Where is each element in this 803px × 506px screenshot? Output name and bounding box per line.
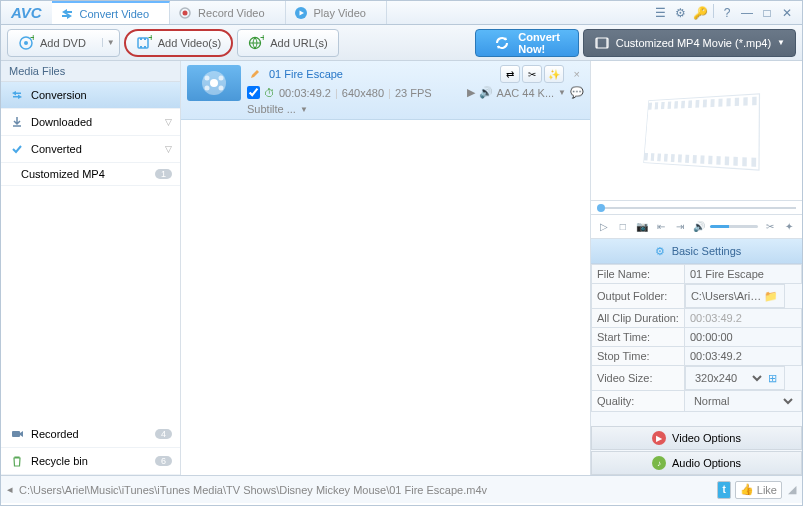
svg-rect-15 xyxy=(596,38,598,48)
video-size-select[interactable]: 320x240 xyxy=(691,371,765,385)
resize-grip-icon[interactable]: ◢ xyxy=(788,483,796,496)
value-all-clip: 00:03:49.2 xyxy=(690,312,742,324)
chevron-down-icon: ▼ xyxy=(107,38,115,47)
add-urls-button[interactable]: + Add URL(s) xyxy=(237,29,338,57)
aspect-icon[interactable]: ⊞ xyxy=(765,370,779,386)
convert-icon xyxy=(60,7,74,21)
value-file-name[interactable]: 01 Fire Escape xyxy=(690,268,764,280)
wand-icon[interactable]: ✦ xyxy=(781,218,798,236)
add-videos-button[interactable]: + Add Video(s) xyxy=(124,29,233,57)
svg-point-4 xyxy=(24,41,28,45)
volume-slider[interactable] xyxy=(710,225,758,228)
key-icon[interactable]: 🔑 xyxy=(691,4,709,22)
globe-icon: + xyxy=(248,35,264,51)
snapshot-icon[interactable]: 📷 xyxy=(633,218,650,236)
sidebar-item-recycle[interactable]: Recycle bin 6 xyxy=(1,448,180,475)
sidebar-item-label: Recycle bin xyxy=(31,455,88,467)
stop-icon[interactable]: □ xyxy=(614,218,631,236)
mark-in-icon[interactable]: ⇤ xyxy=(653,218,670,236)
label-start: Start Time: xyxy=(592,328,685,347)
tab-play[interactable]: Play Video xyxy=(286,1,387,24)
button-label: Add URL(s) xyxy=(270,37,327,49)
audio-options-header[interactable]: ♪ Audio Options xyxy=(591,451,802,475)
film-icon: + xyxy=(136,35,152,51)
convert-now-button[interactable]: Convert Now! xyxy=(475,29,579,57)
twitter-icon[interactable]: t xyxy=(717,481,730,499)
svg-text:+: + xyxy=(30,35,34,43)
mark-out-icon[interactable]: ⇥ xyxy=(672,218,689,236)
svg-rect-17 xyxy=(12,431,20,437)
sidebar-item-label: Recorded xyxy=(31,428,79,440)
section-label: Audio Options xyxy=(672,457,741,469)
chevron-down-icon[interactable]: ▼ xyxy=(558,88,566,97)
cut-icon[interactable]: ✂ xyxy=(522,65,542,83)
file-row[interactable]: 01 Fire Escape ⇄ ✂ ✨ × ⏱ 00:03:49.2 | 64… xyxy=(181,61,590,120)
pencil-icon[interactable] xyxy=(247,66,263,82)
value-start[interactable]: 00:00:00 xyxy=(690,331,733,343)
sidebar-item-downloaded[interactable]: Downloaded ▽ xyxy=(1,109,180,136)
seek-bar[interactable] xyxy=(591,201,802,215)
svg-point-1 xyxy=(183,10,188,15)
maximize-icon[interactable]: □ xyxy=(758,4,776,22)
volume-icon[interactable]: 🔊 xyxy=(691,218,708,236)
svg-rect-7 xyxy=(140,38,142,40)
film-icon xyxy=(594,35,610,51)
close-icon[interactable]: ✕ xyxy=(778,4,796,22)
thumbs-up-icon: 👍 xyxy=(740,483,754,496)
record-icon xyxy=(9,426,25,442)
tab-label: Convert Video xyxy=(80,8,150,20)
count-badge: 6 xyxy=(155,456,172,466)
file-audio[interactable]: AAC 44 K... xyxy=(497,87,554,99)
file-resolution: 640x480 xyxy=(342,87,384,99)
basic-settings-header: ⚙ Basic Settings xyxy=(591,239,802,264)
download-icon xyxy=(9,114,25,130)
add-dvd-button[interactable]: + Add DVD ▼ xyxy=(7,29,120,57)
chevron-down-icon: ▼ xyxy=(777,38,785,47)
facebook-like-button[interactable]: 👍Like xyxy=(735,481,782,499)
chevron-down-icon[interactable]: ▼ xyxy=(300,105,308,114)
menu-icon[interactable]: ☰ xyxy=(651,4,669,22)
swap-icon[interactable]: ⇄ xyxy=(500,65,520,83)
video-options-header[interactable]: ▶ Video Options xyxy=(591,426,802,450)
cut-icon[interactable]: ✂ xyxy=(762,218,779,236)
file-fps: 23 FPS xyxy=(395,87,432,99)
svg-point-20 xyxy=(205,76,210,81)
help-icon[interactable]: ? xyxy=(718,4,736,22)
file-title-link[interactable]: 01 Fire Escape xyxy=(269,68,343,80)
file-duration: 00:03:49.2 xyxy=(279,87,331,99)
button-label: Add Video(s) xyxy=(158,37,221,49)
sidebar-item-conversion[interactable]: Conversion xyxy=(1,82,180,109)
gear-icon[interactable]: ⚙ xyxy=(671,4,689,22)
count-badge: 1 xyxy=(155,169,172,179)
gear-icon: ⚙ xyxy=(652,243,668,259)
sidebar-item-label: Customized MP4 xyxy=(21,168,105,180)
tab-record[interactable]: Record Video xyxy=(170,1,285,24)
file-subtitle[interactable]: Subtilte ... xyxy=(247,103,296,115)
wand-icon[interactable]: ✨ xyxy=(544,65,564,83)
output-profile-button[interactable]: Customized MP4 Movie (*.mp4) ▼ xyxy=(583,29,796,57)
svg-point-21 xyxy=(219,76,224,81)
play-sample-icon[interactable]: ▶ xyxy=(467,86,475,99)
quality-select[interactable]: Normal xyxy=(690,394,796,408)
folder-icon[interactable]: 📁 xyxy=(763,288,779,304)
value-stop[interactable]: 00:03:49.2 xyxy=(690,350,742,362)
disc-icon: + xyxy=(18,35,34,51)
sidebar-item-converted[interactable]: Converted ▽ xyxy=(1,136,180,163)
remove-file-icon[interactable]: × xyxy=(570,68,584,80)
sidebar-item-customized-mp4[interactable]: Customized MP4 1 xyxy=(1,163,180,186)
preview-pane xyxy=(591,61,802,201)
svg-point-19 xyxy=(210,79,218,87)
chevron-down-icon[interactable]: ▽ xyxy=(165,117,172,127)
sidebar-item-recorded[interactable]: Recorded 4 xyxy=(1,421,180,448)
app-logo: AVC xyxy=(1,4,52,21)
tab-convert[interactable]: Convert Video xyxy=(52,1,171,24)
file-thumbnail xyxy=(187,65,241,101)
file-checkbox[interactable] xyxy=(247,86,260,99)
play-icon[interactable]: ▷ xyxy=(595,218,612,236)
chevron-down-icon[interactable]: ▽ xyxy=(165,144,172,154)
svg-rect-9 xyxy=(140,46,142,48)
svg-text:+: + xyxy=(148,35,152,43)
prev-icon[interactable]: ◂ xyxy=(7,483,13,496)
sidebar-item-label: Downloaded xyxy=(31,116,92,128)
minimize-icon[interactable]: — xyxy=(738,4,756,22)
